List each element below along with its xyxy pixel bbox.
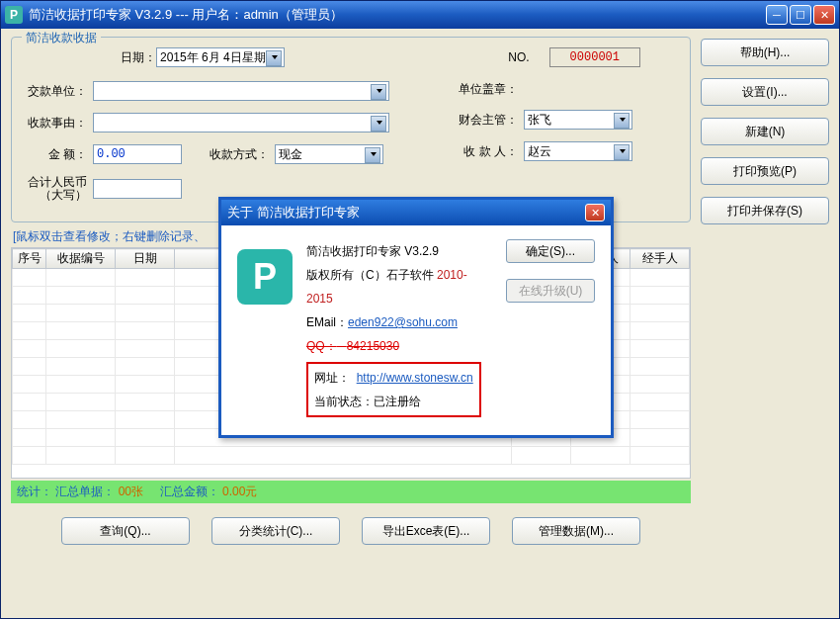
minimize-button[interactable]: ─ [766, 5, 788, 25]
settings-button[interactable]: 设置(I)... [701, 78, 829, 106]
supervisor-combo[interactable]: 张飞 [524, 110, 632, 130]
ok-button[interactable]: 确定(S)... [506, 239, 595, 263]
print-preview-button[interactable]: 打印预览(P) [701, 157, 829, 185]
close-button[interactable]: ✕ [813, 5, 835, 25]
pay-method-label: 收款方式： [210, 146, 275, 163]
collector-combo[interactable]: 赵云 [524, 141, 632, 161]
main-window: P 简洁收据打印专家 V3.2.9 --- 用户名：admin（管理员） ─ ☐… [0, 0, 840, 619]
no-label: NO. [508, 50, 529, 64]
total-cn-label: 合计人民币（大写） [22, 176, 93, 202]
payer-combo[interactable] [93, 81, 389, 101]
amount-label: 金 额： [22, 146, 93, 163]
about-dialog: 关于 简洁收据打印专家 ✕ P 简洁收据打印专家 V3.2.9 版权所有（C）石… [218, 197, 614, 438]
manage-button[interactable]: 管理数据(M)... [512, 517, 640, 545]
about-status: 当前状态：已注册给 [314, 390, 473, 413]
dialog-title: 关于 简洁收据打印专家 [227, 204, 360, 221]
upgrade-button[interactable]: 在线升级(U) [506, 279, 595, 303]
supervisor-label: 财会主管： [453, 112, 524, 129]
receipt-fieldset: 简洁收款收据 日期： 2015年 6月 4日星期 NO. 0000001 [11, 37, 691, 222]
about-url: 网址： http://www.stonesw.cn [314, 366, 473, 390]
query-button[interactable]: 查询(Q)... [61, 517, 190, 545]
about-email: EMail：eden922@sohu.com [306, 310, 492, 334]
about-copyright: 版权所有（C）石子软件 2010-2015 [306, 263, 492, 310]
col-index[interactable]: 序号 [13, 249, 46, 269]
email-link[interactable]: eden922@sohu.com [348, 315, 458, 329]
website-link[interactable]: http://www.stonesw.cn [357, 371, 473, 385]
help-button[interactable]: 帮助(H)... [701, 39, 829, 66]
dialog-close-button[interactable]: ✕ [585, 204, 605, 221]
col-date[interactable]: 日期 [116, 249, 175, 269]
window-title: 简洁收据打印专家 V3.2.9 --- 用户名：admin（管理员） [29, 6, 766, 24]
new-button[interactable]: 新建(N) [701, 118, 829, 145]
titlebar: P 简洁收据打印专家 V3.2.9 --- 用户名：admin（管理员） ─ ☐… [1, 1, 839, 29]
collector-label: 收 款 人： [453, 143, 524, 160]
print-save-button[interactable]: 打印并保存(S) [701, 197, 829, 224]
export-button[interactable]: 导出Exce表(E)... [362, 517, 490, 545]
date-picker[interactable]: 2015年 6月 4日星期 [156, 47, 285, 67]
receipt-number: 0000001 [549, 47, 640, 67]
dialog-titlebar: 关于 简洁收据打印专家 ✕ [221, 200, 611, 225]
classify-button[interactable]: 分类统计(C)... [211, 517, 340, 545]
app-logo-icon: P [237, 249, 293, 305]
fieldset-legend: 简洁收款收据 [22, 30, 101, 46]
payer-label: 交款单位： [22, 83, 93, 100]
col-handler[interactable]: 经手人 [630, 249, 690, 269]
table-row[interactable] [13, 447, 690, 465]
reason-label: 收款事由： [22, 115, 93, 132]
total-cn-input[interactable] [93, 179, 182, 199]
app-icon: P [5, 6, 23, 24]
about-app-line: 简洁收据打印专家 V3.2.9 [306, 239, 492, 263]
amount-input[interactable] [93, 144, 182, 164]
maximize-button[interactable]: ☐ [790, 5, 811, 25]
about-qq: QQ： 84215030 [306, 334, 492, 358]
col-receipt-no[interactable]: 收据编号 [46, 249, 116, 269]
status-bar: 统计： 汇总单据： 00张 汇总金额： 0.00元 [11, 481, 691, 503]
reason-combo[interactable] [93, 113, 389, 133]
pay-method-combo[interactable]: 现金 [275, 144, 383, 164]
stamp-label: 单位盖章： [453, 81, 524, 98]
date-label: 日期： [121, 49, 156, 66]
